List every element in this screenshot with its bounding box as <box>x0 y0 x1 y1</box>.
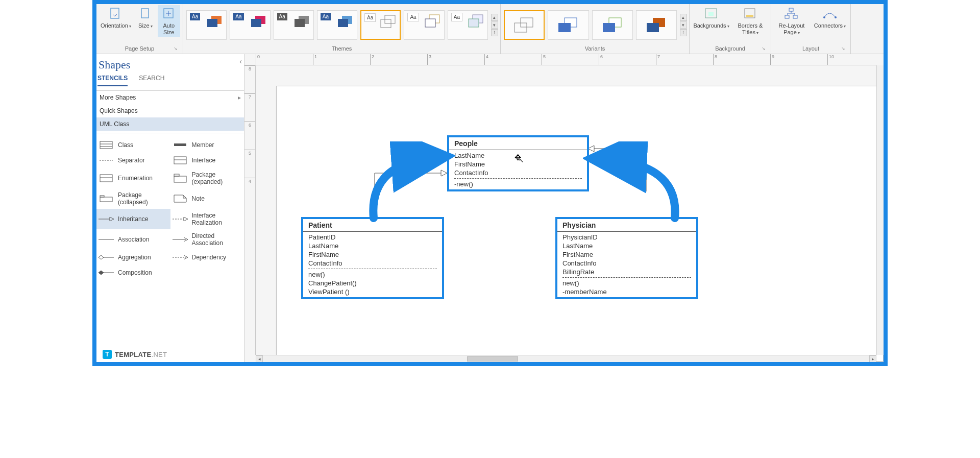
shape-note[interactable]: Note <box>170 188 244 209</box>
themes-more[interactable]: ⁞ <box>491 29 498 36</box>
quick-shapes[interactable]: Quick Shapes <box>96 104 244 117</box>
orientation-label: Orientation <box>101 22 128 29</box>
shapes-title: Shapes <box>96 54 244 75</box>
shape-package-expanded[interactable]: Package (expanded) <box>170 168 244 188</box>
page-setup-label: Page Setup <box>125 45 155 52</box>
relayout-label: Re-Layout Page <box>779 22 805 35</box>
uml-people-title: People <box>449 137 587 150</box>
connectors-button[interactable]: Connectors▾ <box>811 5 849 31</box>
shape-package-collapsed[interactable]: Package (collapsed) <box>96 188 170 209</box>
variants-scroll-up[interactable]: ▴ <box>680 14 687 21</box>
scroll-right-icon[interactable]: ▸ <box>869 355 876 363</box>
theme-option[interactable]: Aa <box>317 10 357 40</box>
theme-option-selected[interactable]: Aa <box>360 10 401 40</box>
page-setup-launcher[interactable]: ↘ <box>173 45 179 52</box>
uml-people[interactable]: People LastName FirstName ContactInfo -n… <box>447 135 589 191</box>
uml-physician[interactable]: Physician PhysicianID LastName FirstName… <box>555 217 698 299</box>
uml-physician-title: Physician <box>557 219 696 232</box>
svg-rect-1 <box>141 9 149 18</box>
backgrounds-button[interactable]: Backgrounds▾ <box>692 5 731 31</box>
shape-inheritance[interactable]: Inheritance <box>96 209 170 229</box>
svg-rect-20 <box>558 23 571 32</box>
svg-rect-14 <box>425 19 435 27</box>
tab-search[interactable]: SEARCH <box>139 75 164 86</box>
variant-option[interactable] <box>636 10 677 40</box>
svg-rect-22 <box>603 23 615 32</box>
backgrounds-label: Backgrounds <box>693 22 726 29</box>
borders-titles-button[interactable]: Borders & Titles▾ <box>732 5 769 37</box>
variants-more[interactable]: ⁞ <box>680 29 687 36</box>
svg-rect-39 <box>174 157 186 164</box>
svg-rect-4 <box>207 19 217 27</box>
variants-scroll-down[interactable]: ▾ <box>680 21 687 29</box>
svg-rect-0 <box>111 8 119 18</box>
svg-rect-31 <box>793 15 797 18</box>
theme-option[interactable]: Aa <box>186 10 227 40</box>
shapes-panel: ‹ Shapes STENCILS SEARCH More Shapes▸ Qu… <box>96 54 244 362</box>
background-launcher[interactable]: ↘ <box>761 45 767 52</box>
variant-option[interactable] <box>548 10 589 40</box>
relayout-button[interactable]: Re-Layout Page▾ <box>773 5 810 37</box>
size-button[interactable]: Size▾ <box>134 5 157 31</box>
shape-aggregation[interactable]: Aggregation <box>96 250 170 265</box>
scrollbar-horizontal[interactable]: ◂ ▸ <box>256 355 876 362</box>
theme-option[interactable]: Aa <box>274 10 314 40</box>
themes-scroll-up[interactable]: ▴ <box>491 14 498 21</box>
tab-stencils[interactable]: STENCILS <box>97 75 128 86</box>
watermark: T TEMPLATE.NET <box>103 350 167 359</box>
shape-association[interactable]: Association <box>96 229 170 250</box>
themes-label: Themes <box>332 45 352 52</box>
svg-rect-26 <box>708 12 714 16</box>
shape-interface-realization[interactable]: Interface Realization <box>170 209 244 229</box>
shape-separator[interactable]: Separator <box>96 153 170 168</box>
auto-size-label: Auto Size <box>163 22 175 36</box>
annotation-arrow-right <box>583 141 685 223</box>
themes-scroll-down[interactable]: ▾ <box>491 21 498 29</box>
background-label: Background <box>715 45 745 52</box>
collapse-panel-icon[interactable]: ‹ <box>239 57 242 65</box>
theme-option[interactable]: Aa <box>448 10 488 40</box>
theme-option[interactable]: Aa <box>230 10 270 40</box>
uml-patient-title: Patient <box>303 219 442 232</box>
svg-rect-30 <box>785 15 789 18</box>
connectors-label: Connectors <box>814 22 843 29</box>
shape-class[interactable]: Class <box>96 137 170 153</box>
variants-label: Variants <box>585 45 605 52</box>
variant-option-selected[interactable] <box>504 10 545 40</box>
layout-launcher[interactable]: ↘ <box>840 45 846 52</box>
drawing-page[interactable]: People LastName FirstName ContactInfo -n… <box>276 86 884 361</box>
svg-rect-10 <box>338 19 348 27</box>
svg-point-32 <box>823 16 825 18</box>
scrollbar-vertical[interactable] <box>876 65 884 355</box>
uml-patient[interactable]: Patient PatientID LastName FirstName Con… <box>301 217 444 299</box>
ruler-vertical: 87654 <box>244 65 256 355</box>
svg-rect-34 <box>100 141 112 149</box>
uml-class-stencil[interactable]: UML Class <box>96 117 244 131</box>
shape-enumeration[interactable]: Enumeration <box>96 168 170 188</box>
orientation-button[interactable]: Orientation▾ <box>99 5 133 31</box>
shape-interface[interactable]: Interface <box>170 153 244 168</box>
svg-point-33 <box>835 16 837 18</box>
svg-rect-37 <box>174 143 186 146</box>
shape-dependency[interactable]: Dependency <box>170 250 244 265</box>
svg-rect-46 <box>100 196 104 197</box>
watermark-logo-icon: T <box>103 350 112 359</box>
variant-option[interactable] <box>592 10 633 40</box>
ribbon: Orientation▾ Size▾ Auto Size Page Setup↘… <box>96 4 884 54</box>
svg-rect-29 <box>789 8 793 11</box>
svg-rect-8 <box>295 19 305 27</box>
scroll-left-icon[interactable]: ◂ <box>256 355 263 363</box>
scroll-thumb-h[interactable] <box>467 356 518 361</box>
borders-label: Borders & Titles <box>738 22 763 35</box>
size-label: Size <box>138 22 149 29</box>
auto-size-button[interactable]: Auto Size <box>158 5 180 37</box>
canvas[interactable]: 012345678910 87654 People <box>244 54 884 362</box>
ruler-horizontal: 012345678910 <box>256 54 876 65</box>
shape-member[interactable]: Member <box>170 137 244 153</box>
shape-composition[interactable]: Composition <box>96 265 170 280</box>
shape-directed-association[interactable]: Directed Association <box>170 229 244 250</box>
svg-rect-41 <box>100 175 112 182</box>
more-shapes[interactable]: More Shapes▸ <box>96 91 244 104</box>
theme-option[interactable]: Aa <box>404 10 444 40</box>
svg-rect-45 <box>100 197 112 202</box>
